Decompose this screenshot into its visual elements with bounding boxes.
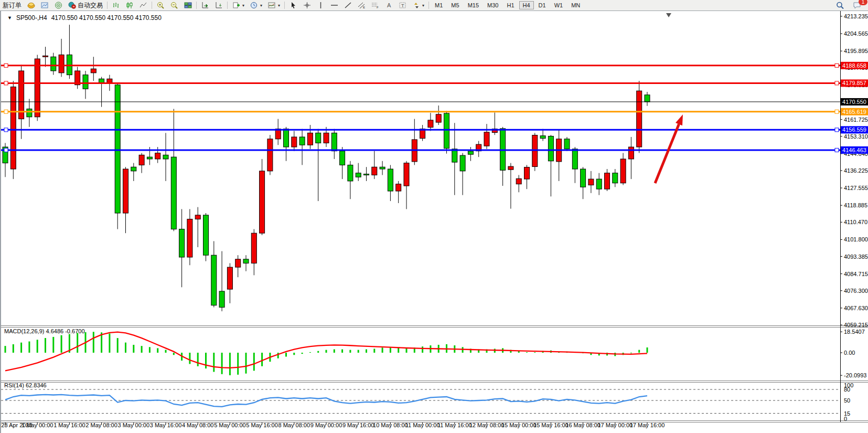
- auto-trading-button[interactable]: 自动交易: [65, 1, 105, 10]
- cursor-tool-button[interactable]: [286, 1, 300, 10]
- date-label: 4 May 08:00: [182, 422, 214, 428]
- indicators-button[interactable]: ▾: [265, 1, 283, 10]
- candle-body: [51, 57, 56, 71]
- candle-body: [516, 178, 521, 184]
- candle-body: [605, 173, 610, 189]
- chart-window[interactable]: 4213.2354204.5654195.8954187.4804178.810…: [0, 10, 868, 433]
- candle-body: [155, 153, 160, 159]
- arrows-tool-button[interactable]: ▾: [409, 1, 427, 10]
- candle-body: [452, 149, 457, 162]
- price-tick-label: 4101.800: [844, 236, 868, 242]
- hline-anchor[interactable]: [4, 148, 8, 152]
- chart-canvas[interactable]: 4213.2354204.5654195.8954187.4804178.810…: [1, 11, 868, 433]
- text-icon: A: [384, 2, 393, 9]
- fibonacci-tool-button[interactable]: F: [368, 1, 382, 10]
- vertical-line-tool-button[interactable]: [314, 1, 327, 10]
- hline-anchor[interactable]: [4, 81, 8, 85]
- trendline-tool-button[interactable]: [341, 1, 355, 10]
- new-order-button[interactable]: 新订单: [0, 1, 24, 10]
- candle-body: [396, 184, 401, 191]
- timeframe-mn[interactable]: MN: [567, 1, 584, 9]
- date-label: 12 May 08:00: [469, 422, 505, 428]
- hline-anchor[interactable]: [4, 64, 8, 67]
- hline-anchor[interactable]: [835, 81, 839, 85]
- hline-anchor[interactable]: [835, 148, 839, 152]
- hline-anchor[interactable]: [835, 110, 839, 113]
- svg-text:A: A: [387, 2, 391, 8]
- cursor-icon: [289, 2, 297, 9]
- candle-body: [171, 157, 176, 229]
- hline-anchor[interactable]: [835, 128, 839, 132]
- timeframe-d1[interactable]: D1: [535, 1, 550, 9]
- candle-body: [596, 179, 602, 189]
- channel-icon: E: [357, 2, 366, 9]
- horizontal-line-tool-button[interactable]: [327, 1, 341, 10]
- candle-body: [340, 151, 345, 165]
- candle-body: [299, 137, 305, 145]
- timeframe-m15[interactable]: M15: [464, 1, 483, 9]
- chevron-down-icon: ▾: [422, 3, 424, 8]
- candle-body: [508, 166, 513, 170]
- hline-anchor[interactable]: [4, 110, 8, 113]
- new-chart-button[interactable]: ▾: [229, 1, 247, 10]
- timeframe-m30[interactable]: M30: [484, 1, 502, 9]
- date-label: 11 May 16:00: [437, 422, 472, 428]
- date-label: 9 May 16:00: [342, 422, 374, 428]
- chart-title: ▼ SP500-,H4 4170.550 4170.550 4170.550 4…: [7, 14, 162, 22]
- timeframe-m1[interactable]: M1: [431, 1, 446, 9]
- history-chart-button[interactable]: [38, 1, 51, 10]
- period-icon: [250, 2, 258, 9]
- candlestick-icon: [125, 2, 134, 9]
- hline-anchor[interactable]: [835, 64, 839, 67]
- candle-body: [99, 79, 104, 83]
- symbol-dropdown-icon[interactable]: ▼: [7, 15, 12, 20]
- text-tool-button[interactable]: A: [382, 1, 395, 10]
- candle-body: [59, 55, 64, 72]
- price-tick-label: 4195.895: [844, 48, 868, 54]
- period-button[interactable]: ▾: [247, 1, 265, 10]
- candle-body: [637, 91, 642, 147]
- bar-chart-button[interactable]: [109, 1, 123, 10]
- price-tick-label: 4153.310: [844, 133, 868, 140]
- text-label-tool-button[interactable]: T: [395, 1, 409, 10]
- timeframe-h4[interactable]: H4: [519, 1, 534, 9]
- zoom-in-button[interactable]: [154, 1, 167, 10]
- search-button[interactable]: [833, 1, 847, 10]
- chart-shift-button[interactable]: [198, 1, 212, 10]
- zoom-out-button[interactable]: [167, 1, 181, 10]
- chevron-down-icon: ▾: [242, 3, 244, 8]
- gold-button[interactable]: [24, 1, 38, 10]
- candle-body: [27, 109, 32, 117]
- candle-body: [292, 137, 297, 147]
- date-label: 3 May 16:00: [150, 422, 182, 428]
- tile-windows-button[interactable]: [181, 1, 195, 10]
- price-tick-label: 4110.470: [844, 219, 867, 225]
- candle-body: [83, 75, 88, 89]
- price-badge-label: 4170.550: [842, 99, 866, 105]
- timeframe-m5[interactable]: M5: [447, 1, 463, 9]
- chat-button[interactable]: 1: [850, 1, 864, 10]
- hline-anchor[interactable]: [4, 128, 8, 132]
- rsi-scale-label: 80: [844, 386, 850, 393]
- channel-tool-button[interactable]: E: [355, 1, 368, 10]
- chart-autoscroll-button[interactable]: [212, 1, 226, 10]
- main-toolbar: 新订单 自动交易 ▾ ▾ ▾: [0, 0, 868, 11]
- indicators-icon: [267, 2, 276, 9]
- svg-text:T: T: [401, 3, 404, 8]
- trendline-icon: [344, 2, 352, 9]
- candle-body: [179, 229, 185, 257]
- line-chart-button[interactable]: [136, 1, 150, 10]
- signal-button[interactable]: [51, 1, 65, 10]
- chart-symbol-period: SP500-,H4: [16, 14, 47, 22]
- date-label: 15 May 16:00: [533, 422, 569, 428]
- crosshair-tool-button[interactable]: [300, 1, 314, 10]
- candlestick-button[interactable]: [123, 1, 136, 10]
- price-tick-label: 4084.715: [844, 271, 868, 277]
- timeframe-w1[interactable]: W1: [551, 1, 567, 9]
- rsi-name: RSI(14): [4, 382, 24, 388]
- date-label: 1 May 16:00: [53, 422, 85, 428]
- auto-trading-label: 自动交易: [78, 1, 103, 10]
- candle-body: [524, 167, 530, 179]
- timeframe-h1[interactable]: H1: [503, 1, 518, 9]
- rsi-scale-label: 50: [844, 397, 850, 404]
